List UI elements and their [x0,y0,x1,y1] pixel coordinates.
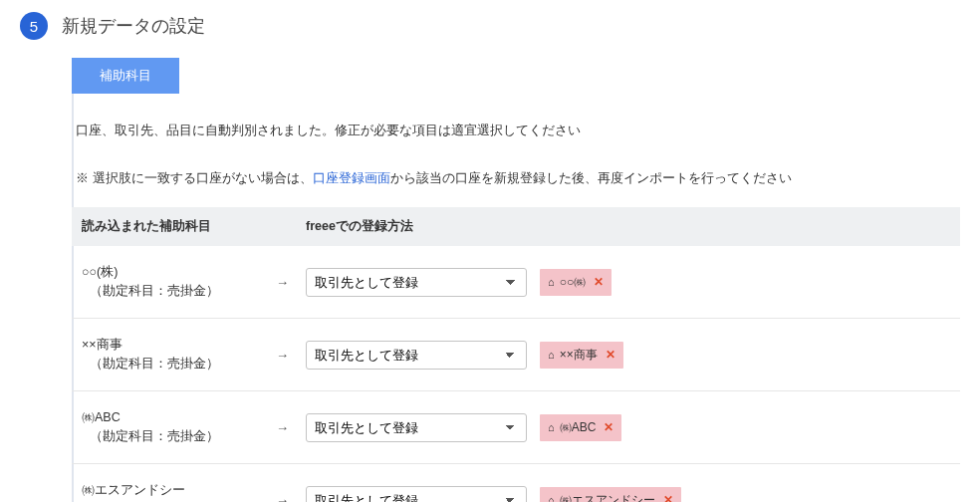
tag-label: ㈱エスアンドシー [560,492,655,503]
table-row: ○○(株) （勘定科目：売掛金） → 取引先として登録 ⌂ ○○㈱ ✕ [72,246,960,319]
note-suffix: から該当の口座を新規登録した後、再度インポートを行ってください [390,170,792,185]
tag-label: ○○㈱ [560,274,587,291]
table-row: ㈱ABC （勘定科目：売掛金） → 取引先として登録 ⌂ ㈱ABC ✕ [72,391,960,464]
partner-tag[interactable]: ⌂ ○○㈱ ✕ [540,269,612,296]
register-method-select[interactable]: 取引先として登録 [306,268,527,297]
tag-label: ××商事 [560,347,598,364]
home-icon: ⌂ [548,421,555,433]
tab-subaccount[interactable]: 補助科目 [72,58,179,94]
step-number-badge: 5 [20,12,48,40]
register-method-select[interactable]: 取引先として登録 [306,413,527,442]
register-method-select[interactable]: 取引先として登録 [306,341,527,370]
partner-tag[interactable]: ⌂ ××商事 ✕ [540,342,623,369]
source-name: ○○(株) [82,264,276,281]
tag-label: ㈱ABC [560,419,597,436]
table-row: ××商事 （勘定科目：売掛金） → 取引先として登録 ⌂ ××商事 ✕ [72,319,960,391]
account-register-link[interactable]: 口座登録画面 [313,170,390,185]
home-icon: ⌂ [548,276,555,288]
step-header: 5 新規データの設定 [20,12,960,40]
home-icon: ⌂ [548,494,555,502]
tab-bar: 補助科目 [72,58,960,94]
arrow-icon: → [276,420,306,435]
arrow-icon: → [276,348,306,363]
table-row: ㈱エスアンドシー （勘定科目：売掛金） → 取引先として登録 ⌂ ㈱エスアンドシ… [72,464,960,502]
source-name: ㈱ABC [82,409,276,426]
remove-tag-icon[interactable]: ✕ [604,420,613,434]
remove-tag-icon[interactable]: ✕ [606,348,615,362]
arrow-icon: → [276,493,306,503]
register-method-select[interactable]: 取引先として登録 [306,486,527,503]
source-name: ㈱エスアンドシー [82,482,276,499]
remove-tag-icon[interactable]: ✕ [594,275,604,289]
source-account: （勘定科目：売掛金） [82,356,276,373]
header-source: 読み込まれた補助科目 [82,218,306,235]
source-account: （勘定科目：売掛金） [82,283,276,300]
source-name: ××商事 [82,337,276,354]
remove-tag-icon[interactable]: ✕ [663,493,673,502]
note-prefix: ※ 選択肢に一致する口座がない場合は、 [76,170,313,185]
note-text: ※ 選択肢に一致する口座がない場合は、口座登録画面から該当の口座を新規登録した後… [72,169,960,187]
arrow-icon: → [276,275,306,290]
table-header: 読み込まれた補助科目 freeeでの登録方法 [72,207,960,246]
source-account: （勘定科目：売掛金） [82,428,276,445]
mapping-table: 読み込まれた補助科目 freeeでの登録方法 ○○(株) （勘定科目：売掛金） … [72,207,960,502]
partner-tag[interactable]: ⌂ ㈱ABC ✕ [540,414,621,441]
step-title: 新規データの設定 [62,14,205,38]
description-text: 口座、取引先、品目に自動判別されました。修正が必要な項目は適宜選択してください [72,122,960,139]
home-icon: ⌂ [548,349,555,361]
partner-tag[interactable]: ⌂ ㈱エスアンドシー ✕ [540,487,681,503]
header-method: freeeでの登録方法 [306,218,540,235]
